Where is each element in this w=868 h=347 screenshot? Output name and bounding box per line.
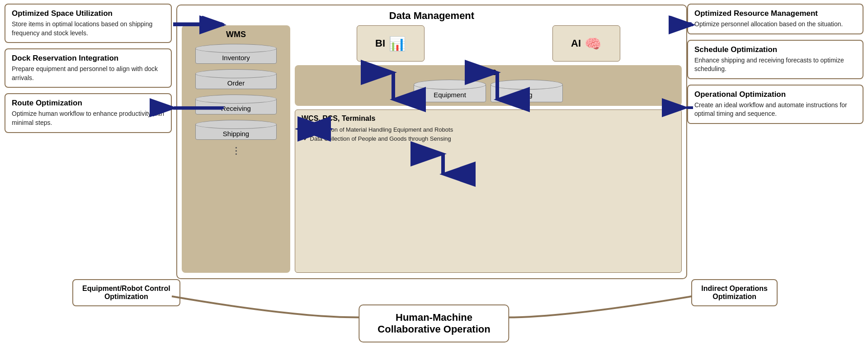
left-box-1-text: Store items in optimal locations based o…	[12, 20, 165, 38]
db-inventory-top	[195, 44, 277, 53]
wcs-item-1: ✓ Integration of Material Handling Equip…	[302, 125, 675, 134]
right-box-1-text: Optimize personnel allocation based on t…	[694, 20, 856, 29]
arrow-bottom-left	[172, 296, 380, 318]
db-shipping: Shipping	[195, 120, 277, 140]
center-panel: Data Management WMS Inventory Order Rece…	[176, 5, 687, 279]
wes-log-top	[491, 80, 563, 90]
right-box-2: Schedule Optimization Enhance shipping a…	[687, 40, 863, 79]
db-receiving: Receiving	[195, 95, 277, 114]
db-order: Order	[195, 69, 277, 89]
diagram-container: Optimized Space Utilization Store items …	[0, 0, 868, 347]
left-box-3: Route Optimization Optimize human workfl…	[5, 93, 172, 133]
wms-box: WMS Inventory Order Receiving Shipping	[182, 25, 290, 273]
checkmark-1: ✓	[303, 126, 308, 133]
bi-icon: 📊	[389, 36, 406, 52]
right-box-3: Operational Optimization Create an ideal…	[687, 85, 863, 124]
bottom-box-left: Equipment/Robot ControlOptimization	[72, 279, 180, 306]
right-panel: Optimized Resource Management Optimize p…	[687, 0, 863, 129]
right-box-3-title: Operational Optimization	[694, 90, 856, 99]
left-box-2: Dock Reservation Integration Prepare equ…	[5, 48, 172, 88]
wes-title: WES	[300, 69, 676, 77]
db-shipping-top	[195, 120, 277, 129]
db-receiving-top	[195, 95, 277, 104]
right-box-2-text: Enhance shipping and receiving forecasts…	[694, 56, 856, 74]
wcs-item-2: ✓ Data Collection of People and Goods th…	[302, 134, 675, 143]
bottom-box-center: Human-MachineCollaborative Operation	[359, 304, 509, 342]
left-box-3-title: Route Optimization	[12, 99, 165, 108]
ai-icon: 🧠	[585, 36, 601, 52]
left-box-1: Optimized Space Utilization Store items …	[5, 4, 172, 43]
right-center: BI 📊 AI 🧠 WES Equipment	[295, 25, 682, 273]
checkmark-2: ✓	[303, 135, 308, 142]
wes-box: WES Equipment Log	[295, 65, 682, 106]
bottom-right-label: Indirect OperationsOptimization	[701, 285, 768, 300]
bi-label: BI	[375, 38, 385, 49]
db-order-top	[195, 69, 277, 78]
right-box-1-title: Optimized Resource Management	[694, 9, 856, 18]
left-panel: Optimized Space Utilization Store items …	[5, 0, 172, 138]
wes-cylinders: Equipment Log	[300, 80, 676, 102]
wes-equipment-top	[414, 80, 486, 90]
wcs-title: WCS, RCS, Terminals	[302, 114, 675, 123]
bi-box: BI 📊	[357, 25, 425, 62]
wes-equipment: Equipment	[414, 80, 486, 102]
bottom-center-label: Human-MachineCollaborative Operation	[377, 312, 490, 335]
right-box-2-title: Schedule Optimization	[694, 45, 856, 54]
arrow-bottom-right	[488, 296, 692, 318]
bottom-box-right: Indirect OperationsOptimization	[691, 279, 778, 306]
left-box-2-title: Dock Reservation Integration	[12, 54, 165, 63]
wes-log: Log	[491, 80, 563, 102]
center-inner: WMS Inventory Order Receiving Shipping	[182, 25, 682, 273]
ai-box: AI 🧠	[552, 25, 620, 62]
wcs-box: WCS, RCS, Terminals ✓ Integration of Mat…	[295, 109, 682, 273]
right-box-1: Optimized Resource Management Optimize p…	[687, 4, 863, 34]
db-dots: ⋮	[231, 145, 241, 156]
left-box-1-title: Optimized Space Utilization	[12, 9, 165, 18]
left-box-3-text: Optimize human workflow to enhance produ…	[12, 109, 165, 127]
left-box-2-text: Prepare equipment and personnel to align…	[12, 65, 165, 82]
right-box-3-text: Create an ideal workflow and automate in…	[694, 101, 856, 119]
bottom-left-label: Equipment/Robot ControlOptimization	[82, 285, 170, 300]
wms-title: WMS	[226, 30, 246, 39]
ai-label: AI	[571, 38, 581, 49]
db-inventory: Inventory	[195, 44, 277, 64]
bi-ai-row: BI 📊 AI 🧠	[295, 25, 682, 62]
center-title: Data Management	[182, 10, 682, 22]
